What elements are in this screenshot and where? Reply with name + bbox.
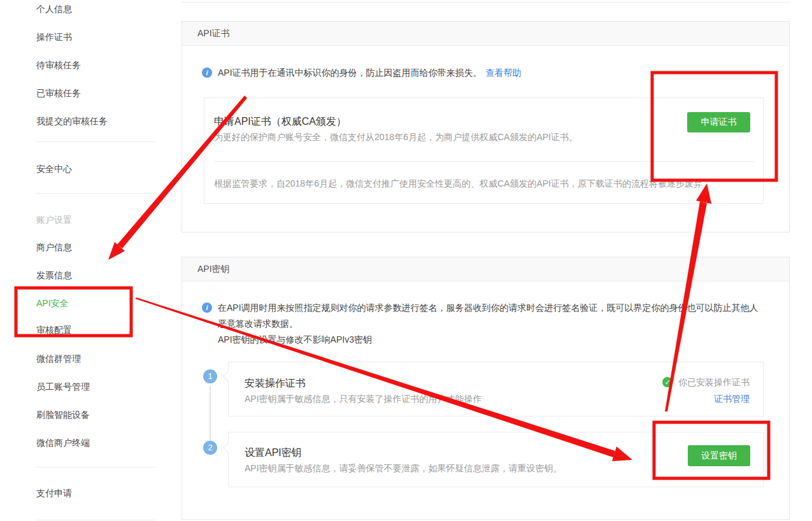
apply-cert-card-note: 根据监管要求，自2018年6月起，微信支付推广使用安全性更高的、权威CA颁发的A…	[214, 178, 702, 190]
apply-cert-card-divider	[214, 161, 755, 162]
sidebar-item-merchant-info[interactable]: 商户信息	[36, 241, 72, 253]
sidebar-item-operation-cert[interactable]: 操作证书	[36, 31, 72, 43]
annotation-arrow-to-api-security-head	[108, 242, 125, 260]
sidebar-item-payment-apply[interactable]: 支付申请	[36, 487, 72, 499]
info-icon: i	[202, 68, 212, 78]
info-icon: i	[202, 303, 212, 313]
sidebar-divider	[36, 193, 155, 194]
cert-installed-status: 你已安装操作证书	[676, 377, 750, 389]
sidebar-item-personal-info[interactable]: 个人信息	[36, 3, 72, 15]
sidebar-divider	[36, 467, 155, 467]
sidebar-item-api-security[interactable]: API安全	[36, 297, 69, 310]
sidebar-divider	[36, 520, 155, 520]
check-icon: ✓	[662, 377, 673, 387]
sidebar-section-account-settings: 账户设置	[36, 213, 72, 226]
install-cert-title: 安装操作证书	[245, 377, 306, 390]
sidebar-item-reviewed[interactable]: 已审核任务	[36, 87, 81, 99]
view-help-link[interactable]: 查看帮助	[486, 67, 522, 78]
install-cert-card: 安装操作证书 API密钥属于敏感信息，只有安装了操作证书的用户才能操作	[228, 362, 764, 417]
sidebar-item-invoice-info[interactable]: 发票信息	[36, 269, 72, 282]
apply-cert-card-desc: 为更好的保护商户账号安全，微信支付从2018年6月起，为商户提供权威CA颁发的A…	[214, 132, 578, 143]
set-api-key-desc: API密钥属于敏感信息，请妥善保管不要泄露，如果怀疑信息泄露，请重设密钥。	[245, 463, 562, 475]
step-2-badge: 2	[203, 441, 217, 455]
api-cert-info-row: i API证书用于在通讯中标识你的身份，防止因盗用而给你带来损失。 查看帮助	[202, 67, 762, 78]
set-api-key-button[interactable]: 设置密钥	[688, 445, 750, 466]
sidebar-item-security-center[interactable]: 安全中心	[36, 162, 72, 175]
api-key-info-line1: 在API调用时用来按照指定规则对你的请求参数进行签名，服务器收到你的请求时会进行…	[218, 302, 759, 313]
apply-cert-button[interactable]: 申请证书	[687, 112, 750, 132]
set-api-key-card: 设置API密钥 API密钥属于敏感信息，请妥善保管不要泄露，如果怀疑信息泄露，请…	[228, 432, 764, 487]
sidebar-item-review-config[interactable]: 审核配置	[36, 324, 72, 336]
set-api-key-title: 设置API密钥	[245, 446, 302, 460]
apply-cert-card: 申请API证书（权威CA颁发） 为更好的保护商户账号安全，微信支付从2018年6…	[204, 97, 764, 204]
step-connector	[210, 386, 211, 445]
sidebar-item-staff-account[interactable]: 员工账号管理	[36, 380, 90, 393]
api-key-info-line3: API密钥的设置与修改不影响APIv3密钥	[218, 334, 372, 345]
cert-manage-link[interactable]: 证书管理	[714, 394, 750, 405]
install-cert-desc: API密钥属于敏感信息，只有安装了操作证书的用户才能操作	[245, 394, 482, 405]
sidebar-item-wechat-group[interactable]: 微信群管理	[36, 352, 81, 365]
sidebar-item-pending-review[interactable]: 待审核任务	[36, 59, 81, 71]
api-key-info-line2: 恶意篡改请求数据。	[218, 318, 298, 329]
page: 个人信息 操作证书 待审核任务 已审核任务 我提交的审核任务 安全中心 账户设置…	[0, 0, 812, 521]
sidebar-item-my-submitted[interactable]: 我提交的审核任务	[36, 115, 108, 127]
apply-cert-card-title: 申请API证书（权威CA颁发）	[214, 115, 346, 129]
sidebar-item-merchant-terminal[interactable]: 微信商户终端	[36, 436, 90, 449]
api-cert-info-text: API证书用于在通讯中标识你的身份，防止因盗用而给你带来损失。	[218, 67, 482, 78]
sidebar-divider	[36, 141, 155, 142]
annotation-rect-api-security	[16, 288, 131, 336]
step-1-badge: 1	[203, 369, 217, 383]
api-key-panel-title: API密钥	[182, 257, 789, 282]
api-key-info-row: i 在API调用时用来按照指定规则对你的请求参数进行签名，服务器收到你的请求时会…	[202, 302, 775, 313]
content-top-divider	[182, 2, 791, 3]
api-cert-panel-title: API证书	[182, 22, 789, 46]
sidebar-item-face-device[interactable]: 刷脸智能设备	[36, 408, 90, 421]
